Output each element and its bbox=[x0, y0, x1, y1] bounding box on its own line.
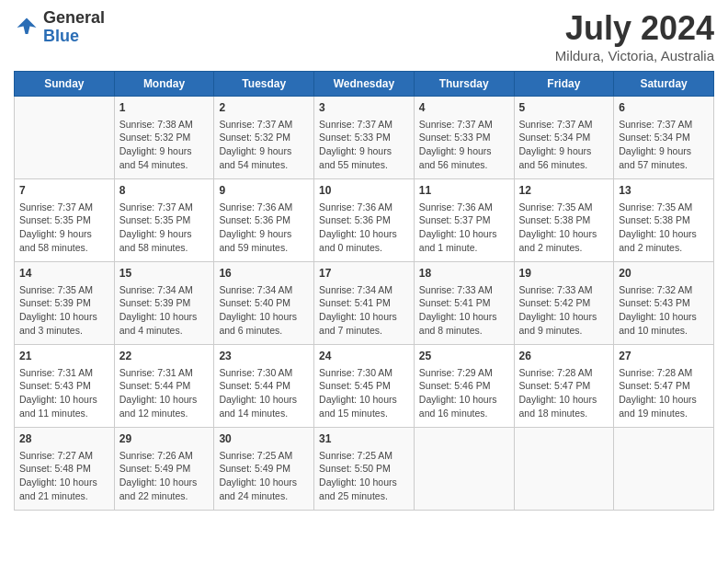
day-info: Sunrise: 7:30 AMSunset: 5:44 PMDaylight:… bbox=[219, 366, 309, 420]
weekday-header-sunday: Sunday bbox=[15, 72, 115, 97]
calendar-cell: 8Sunrise: 7:37 AMSunset: 5:35 PMDaylight… bbox=[114, 179, 214, 262]
day-number: 27 bbox=[619, 349, 709, 364]
day-info: Sunrise: 7:34 AMSunset: 5:40 PMDaylight:… bbox=[219, 283, 309, 338]
calendar-cell: 27Sunrise: 7:28 AMSunset: 5:47 PMDayligh… bbox=[614, 345, 714, 428]
day-number: 17 bbox=[319, 266, 409, 282]
calendar-subtitle: Mildura, Victoria, Australia bbox=[555, 48, 714, 63]
title-block: July 2024 Mildura, Victoria, Australia bbox=[555, 9, 714, 63]
day-info: Sunrise: 7:25 AMSunset: 5:50 PMDaylight:… bbox=[319, 449, 409, 503]
day-info: Sunrise: 7:26 AMSunset: 5:49 PMDaylight:… bbox=[119, 449, 210, 503]
calendar-cell: 18Sunrise: 7:33 AMSunset: 5:41 PMDayligh… bbox=[414, 262, 514, 345]
calendar-cell: 12Sunrise: 7:35 AMSunset: 5:38 PMDayligh… bbox=[514, 179, 614, 262]
day-info: Sunrise: 7:36 AMSunset: 5:36 PMDaylight:… bbox=[219, 201, 309, 255]
day-number: 21 bbox=[19, 349, 109, 364]
calendar-week-row: 21Sunrise: 7:31 AMSunset: 5:43 PMDayligh… bbox=[15, 345, 714, 428]
day-info: Sunrise: 7:29 AMSunset: 5:46 PMDaylight:… bbox=[419, 366, 509, 420]
calendar-body: 1Sunrise: 7:38 AMSunset: 5:32 PMDaylight… bbox=[15, 97, 714, 511]
calendar-cell: 29Sunrise: 7:26 AMSunset: 5:49 PMDayligh… bbox=[114, 428, 214, 511]
day-info: Sunrise: 7:36 AMSunset: 5:36 PMDaylight:… bbox=[319, 201, 409, 255]
day-number: 9 bbox=[219, 183, 309, 199]
day-number: 16 bbox=[219, 266, 309, 282]
day-number: 6 bbox=[619, 100, 709, 116]
day-number: 2 bbox=[219, 100, 309, 116]
day-info: Sunrise: 7:37 AMSunset: 5:34 PMDaylight:… bbox=[619, 118, 709, 172]
day-info: Sunrise: 7:31 AMSunset: 5:44 PMDaylight:… bbox=[119, 366, 210, 420]
day-number: 28 bbox=[19, 431, 109, 447]
day-info: Sunrise: 7:34 AMSunset: 5:41 PMDaylight:… bbox=[319, 283, 409, 338]
calendar-cell: 28Sunrise: 7:27 AMSunset: 5:48 PMDayligh… bbox=[15, 428, 115, 511]
day-number: 31 bbox=[319, 431, 409, 447]
calendar-cell: 17Sunrise: 7:34 AMSunset: 5:41 PMDayligh… bbox=[314, 262, 415, 345]
calendar-week-row: 28Sunrise: 7:27 AMSunset: 5:48 PMDayligh… bbox=[15, 428, 714, 511]
calendar-cell: 11Sunrise: 7:36 AMSunset: 5:37 PMDayligh… bbox=[414, 179, 514, 262]
day-number: 12 bbox=[519, 183, 609, 199]
weekday-header-saturday: Saturday bbox=[614, 72, 714, 97]
day-number: 1 bbox=[119, 100, 210, 116]
calendar-cell bbox=[15, 97, 115, 179]
weekday-header-friday: Friday bbox=[514, 72, 614, 97]
calendar-cell: 9Sunrise: 7:36 AMSunset: 5:36 PMDaylight… bbox=[214, 179, 314, 262]
calendar-cell bbox=[514, 428, 614, 511]
day-number: 3 bbox=[319, 100, 409, 116]
calendar-cell: 30Sunrise: 7:25 AMSunset: 5:49 PMDayligh… bbox=[214, 428, 314, 511]
day-number: 23 bbox=[219, 349, 309, 364]
calendar-cell: 14Sunrise: 7:35 AMSunset: 5:39 PMDayligh… bbox=[15, 262, 115, 345]
calendar-cell: 19Sunrise: 7:33 AMSunset: 5:42 PMDayligh… bbox=[514, 262, 614, 345]
day-number: 24 bbox=[319, 349, 409, 364]
calendar-cell bbox=[414, 428, 514, 511]
day-number: 10 bbox=[319, 183, 409, 199]
calendar-cell: 1Sunrise: 7:38 AMSunset: 5:32 PMDaylight… bbox=[114, 97, 214, 179]
calendar-week-row: 1Sunrise: 7:38 AMSunset: 5:32 PMDaylight… bbox=[15, 97, 714, 179]
day-number: 20 bbox=[619, 266, 709, 282]
calendar-cell: 31Sunrise: 7:25 AMSunset: 5:50 PMDayligh… bbox=[314, 428, 415, 511]
day-number: 14 bbox=[19, 266, 109, 282]
calendar-cell: 25Sunrise: 7:29 AMSunset: 5:46 PMDayligh… bbox=[414, 345, 514, 428]
calendar-week-row: 14Sunrise: 7:35 AMSunset: 5:39 PMDayligh… bbox=[15, 262, 714, 345]
day-info: Sunrise: 7:37 AMSunset: 5:35 PMDaylight:… bbox=[119, 201, 210, 255]
calendar-cell: 16Sunrise: 7:34 AMSunset: 5:40 PMDayligh… bbox=[214, 262, 314, 345]
calendar-table: SundayMondayTuesdayWednesdayThursdayFrid… bbox=[14, 71, 714, 511]
day-info: Sunrise: 7:37 AMSunset: 5:33 PMDaylight:… bbox=[419, 118, 509, 172]
day-info: Sunrise: 7:38 AMSunset: 5:32 PMDaylight:… bbox=[119, 118, 210, 172]
weekday-header-tuesday: Tuesday bbox=[214, 72, 314, 97]
day-info: Sunrise: 7:25 AMSunset: 5:49 PMDaylight:… bbox=[219, 449, 309, 503]
day-info: Sunrise: 7:33 AMSunset: 5:42 PMDaylight:… bbox=[519, 283, 609, 338]
day-info: Sunrise: 7:37 AMSunset: 5:33 PMDaylight:… bbox=[319, 118, 409, 172]
calendar-cell: 2Sunrise: 7:37 AMSunset: 5:32 PMDaylight… bbox=[214, 97, 314, 179]
day-number: 18 bbox=[419, 266, 509, 282]
day-number: 4 bbox=[419, 100, 509, 116]
day-info: Sunrise: 7:37 AMSunset: 5:35 PMDaylight:… bbox=[19, 201, 109, 255]
day-info: Sunrise: 7:28 AMSunset: 5:47 PMDaylight:… bbox=[619, 366, 709, 420]
day-info: Sunrise: 7:35 AMSunset: 5:38 PMDaylight:… bbox=[619, 201, 709, 255]
logo-blue: Blue bbox=[43, 28, 105, 46]
calendar-cell: 15Sunrise: 7:34 AMSunset: 5:39 PMDayligh… bbox=[114, 262, 214, 345]
calendar-cell bbox=[614, 428, 714, 511]
logo-bird-icon bbox=[14, 15, 40, 40]
calendar-cell: 5Sunrise: 7:37 AMSunset: 5:34 PMDaylight… bbox=[514, 97, 614, 179]
weekday-header-row: SundayMondayTuesdayWednesdayThursdayFrid… bbox=[15, 72, 714, 97]
day-info: Sunrise: 7:34 AMSunset: 5:39 PMDaylight:… bbox=[119, 283, 210, 338]
day-info: Sunrise: 7:33 AMSunset: 5:41 PMDaylight:… bbox=[419, 283, 509, 338]
day-number: 29 bbox=[119, 431, 210, 447]
calendar-cell: 4Sunrise: 7:37 AMSunset: 5:33 PMDaylight… bbox=[414, 97, 514, 179]
calendar-cell: 3Sunrise: 7:37 AMSunset: 5:33 PMDaylight… bbox=[314, 97, 415, 179]
logo: General Blue bbox=[14, 9, 105, 46]
day-info: Sunrise: 7:31 AMSunset: 5:43 PMDaylight:… bbox=[19, 366, 109, 420]
calendar-cell: 10Sunrise: 7:36 AMSunset: 5:36 PMDayligh… bbox=[314, 179, 415, 262]
calendar-cell: 13Sunrise: 7:35 AMSunset: 5:38 PMDayligh… bbox=[614, 179, 714, 262]
day-number: 30 bbox=[219, 431, 309, 447]
day-number: 5 bbox=[519, 100, 609, 116]
calendar-title: July 2024 bbox=[555, 9, 714, 48]
day-info: Sunrise: 7:36 AMSunset: 5:37 PMDaylight:… bbox=[419, 201, 509, 255]
day-number: 8 bbox=[119, 183, 210, 199]
day-info: Sunrise: 7:30 AMSunset: 5:45 PMDaylight:… bbox=[319, 366, 409, 420]
calendar-header: SundayMondayTuesdayWednesdayThursdayFrid… bbox=[15, 72, 714, 97]
weekday-header-thursday: Thursday bbox=[414, 72, 514, 97]
day-info: Sunrise: 7:35 AMSunset: 5:39 PMDaylight:… bbox=[19, 283, 109, 338]
day-info: Sunrise: 7:37 AMSunset: 5:34 PMDaylight:… bbox=[519, 118, 609, 172]
day-info: Sunrise: 7:37 AMSunset: 5:32 PMDaylight:… bbox=[219, 118, 309, 172]
calendar-cell: 7Sunrise: 7:37 AMSunset: 5:35 PMDaylight… bbox=[15, 179, 115, 262]
calendar-cell: 21Sunrise: 7:31 AMSunset: 5:43 PMDayligh… bbox=[15, 345, 115, 428]
calendar-cell: 22Sunrise: 7:31 AMSunset: 5:44 PMDayligh… bbox=[114, 345, 214, 428]
day-info: Sunrise: 7:28 AMSunset: 5:47 PMDaylight:… bbox=[519, 366, 609, 420]
